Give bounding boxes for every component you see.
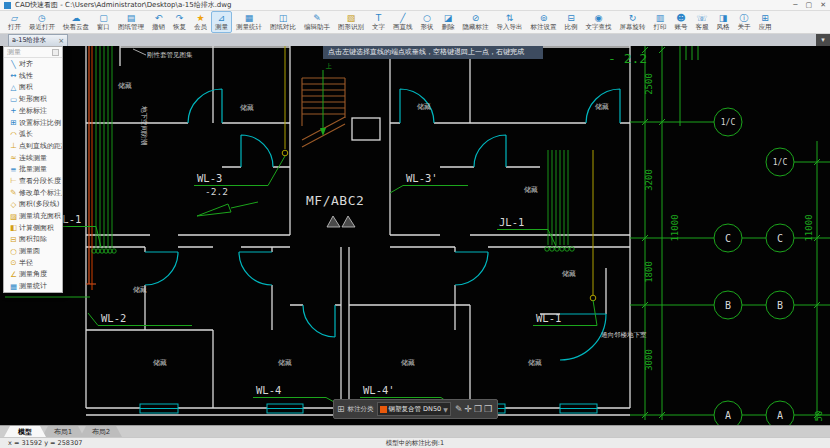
undo-button[interactable]: ↶ 撤销 — [148, 11, 169, 33]
scale-button[interactable]: ⊟ 比例 — [561, 11, 582, 33]
toolbar-label: 图纸管理 — [118, 23, 144, 31]
app-icon — [4, 2, 11, 9]
measure-item-label: 点到直线的距离 — [19, 141, 62, 151]
measure-item-icon: ⊢ — [9, 176, 18, 185]
style-button[interactable]: ◨ 风格 — [713, 11, 734, 33]
material-color-swatch — [380, 406, 387, 413]
svg-text:A: A — [777, 410, 783, 421]
measure-item-icon: ◇ — [9, 200, 18, 209]
svg-text:储藏: 储藏 — [118, 82, 132, 90]
title-bar: CAD快速看图 - C:\Users\Administrator\Desktop… — [0, 0, 830, 11]
svg-text:2500: 2500 — [644, 73, 654, 95]
panel-item-side-area[interactable]: ◧ 计算侧面积 — [4, 222, 62, 234]
close-button[interactable]: ✕ — [820, 1, 826, 9]
measure-item-icon: ↔ — [9, 71, 18, 80]
minimize-button[interactable]: ─ — [793, 1, 797, 9]
edit-assistant-button[interactable]: ✎ 编辑助手 — [300, 11, 334, 33]
hide-annotation-button[interactable]: ⊘ 隐藏标注 — [459, 11, 493, 33]
toolbar-label: 图形识别 — [338, 23, 364, 31]
panel-item-stats[interactable]: ▦ 测量统计 — [4, 280, 62, 292]
layout-tab-bar: 模型 布局1 布局2 — [0, 425, 830, 437]
toolbar-label: 编辑助手 — [304, 23, 330, 31]
print-button[interactable]: ▥ 打印 — [650, 11, 671, 33]
tab-list-button[interactable]: ▾ — [816, 34, 830, 46]
measure-item-icon: ▦ — [9, 282, 18, 291]
panel-item-rect-area[interactable]: ▭ 矩形面积 — [4, 93, 62, 105]
svg-text:储藏: 储藏 — [524, 186, 538, 194]
measure-item-icon: ≡ — [9, 165, 18, 174]
toolbar-icon: ◉ — [595, 13, 603, 23]
svg-text:1/C: 1/C — [773, 158, 788, 167]
panel-item-point-to-line[interactable]: ⊥ 点到直线的距离 — [4, 140, 62, 152]
document-tab[interactable]: a-15给排水 × — [8, 34, 68, 46]
shape-button[interactable]: ○ 形状 — [417, 11, 438, 33]
edit-annotation-icon[interactable]: ✎ — [454, 404, 464, 414]
maximize-button[interactable]: ▢ — [806, 1, 813, 9]
panel-item-continuous[interactable]: ≈ 连续测量 — [4, 152, 62, 164]
measure-item-label: 面积 — [19, 82, 33, 92]
support-button[interactable]: ☏ 客服 — [692, 11, 713, 33]
window-button[interactable]: ▢ 窗口 — [93, 11, 114, 33]
measure-item-icon: ⊥ — [9, 141, 18, 150]
paste-icon[interactable]: ❒ — [483, 404, 493, 414]
panel-item-linear[interactable]: ↔ 线性 — [4, 70, 62, 82]
about-button[interactable]: ⓘ 关于 — [734, 11, 755, 33]
tab-close-icon[interactable]: × — [58, 37, 64, 45]
measure-item-label: 计算侧面积 — [19, 223, 54, 233]
account-button[interactable]: ☻ 账号 — [671, 11, 692, 33]
measure-stats-button[interactable]: ▦ 测量统计 — [232, 11, 266, 33]
tab-layout1[interactable]: 布局1 — [42, 426, 84, 437]
drawing-compare-button[interactable]: ◫ 图纸对比 — [266, 11, 300, 33]
main-toolbar: ▱ 打开 ◷ 最近打开 ☁ 快看云盘 ▢ 窗口 ▤ 图纸管理 — [0, 11, 830, 34]
move-icon[interactable]: ✛ — [463, 404, 473, 414]
svg-text:-2.2: -2.2 — [205, 186, 228, 197]
panel-item-coordinate[interactable]: + 坐标标注 — [4, 105, 62, 117]
svg-text:地下空间防潮: 地下空间防潮 — [140, 106, 148, 146]
redo-button[interactable]: ↷ 恢复 — [169, 11, 190, 33]
panel-item-modify-single[interactable]: ✎ 修改单个标注属性 — [4, 187, 62, 199]
toolbar-label: 导入导出 — [497, 23, 523, 31]
measure-item-label: 批量测量 — [19, 164, 47, 174]
panel-item-set-scale[interactable]: ⊞ 设置标注比例 — [4, 117, 62, 129]
import-export-button[interactable]: ⇅ 导入导出 — [493, 11, 527, 33]
material-dropdown[interactable]: 钢塑复合管 DN50 ▼ — [377, 402, 451, 416]
measure-button[interactable]: ⊿ 测量 — [211, 11, 232, 33]
panel-collapse-button[interactable] — [52, 49, 59, 56]
vip-button[interactable]: ★ 会员 — [190, 11, 211, 33]
stairs-up-label: 上 — [325, 62, 332, 69]
panel-item-fill-area[interactable]: ▨ 测量填充面积 — [4, 210, 62, 222]
apps-button[interactable]: ⊞ 应用 — [755, 11, 776, 33]
toolbar-label: 打开 — [8, 23, 21, 31]
svg-text:储藏: 储藏 — [417, 103, 431, 111]
panel-item-radius[interactable]: ⊙ 半径 — [4, 257, 62, 269]
toolbar-icon: ◫ — [279, 13, 288, 23]
drawing-manager-button[interactable]: ▤ 图纸管理 — [114, 11, 148, 33]
annotation-settings-button[interactable]: ⊚ 标注设置 — [527, 11, 561, 33]
grid-icon[interactable]: ⊞ — [337, 404, 345, 414]
measure-item-label: 面积扣除 — [19, 234, 47, 244]
screen-rotate-button[interactable]: ↻ 屏幕旋转 — [616, 11, 650, 33]
cloud-disk-button[interactable]: ☁ 快看云盘 — [59, 11, 93, 33]
measure-item-icon: ✎ — [9, 188, 18, 197]
panel-item-area-polyline[interactable]: ◇ 面积(多段线) — [4, 199, 62, 211]
toolbar-icon: ▥ — [656, 13, 665, 23]
text-button[interactable]: T 文字 — [368, 11, 389, 33]
copy-icon[interactable]: ❐ — [473, 404, 483, 414]
recent-open-button[interactable]: ◷ 最近打开 — [25, 11, 59, 33]
panel-item-batch[interactable]: ≡ 批量测量 — [4, 163, 62, 175]
draw-line-button[interactable]: ╱ 画直线 — [389, 11, 417, 33]
panel-item-area[interactable]: △ 面积 — [4, 82, 62, 94]
shape-recognition-button[interactable]: ▧ 图形识别 — [334, 11, 368, 33]
tab-layout2[interactable]: 布局2 — [80, 426, 122, 437]
cad-canvas[interactable]: 上 — [0, 46, 830, 425]
panel-item-area-deduct[interactable]: ⊟ 面积扣除 — [4, 234, 62, 246]
panel-item-angle[interactable]: ∠ 测量角度 — [4, 269, 62, 281]
panel-item-align[interactable]: ╲ 对齐 — [4, 58, 62, 70]
tab-model[interactable]: 模型 — [4, 426, 46, 437]
delete-button[interactable]: ◪ 删除 — [438, 11, 459, 33]
panel-item-segment-length[interactable]: ⊢ 查看分段长度 — [4, 175, 62, 187]
panel-item-measure-circle[interactable]: ○ 测量圆 — [4, 245, 62, 257]
open-button[interactable]: ▱ 打开 — [4, 11, 25, 33]
panel-item-arc-length[interactable]: ◠ 弧长 — [4, 128, 62, 140]
text-search-button[interactable]: ◉ 文字查找 — [582, 11, 616, 33]
